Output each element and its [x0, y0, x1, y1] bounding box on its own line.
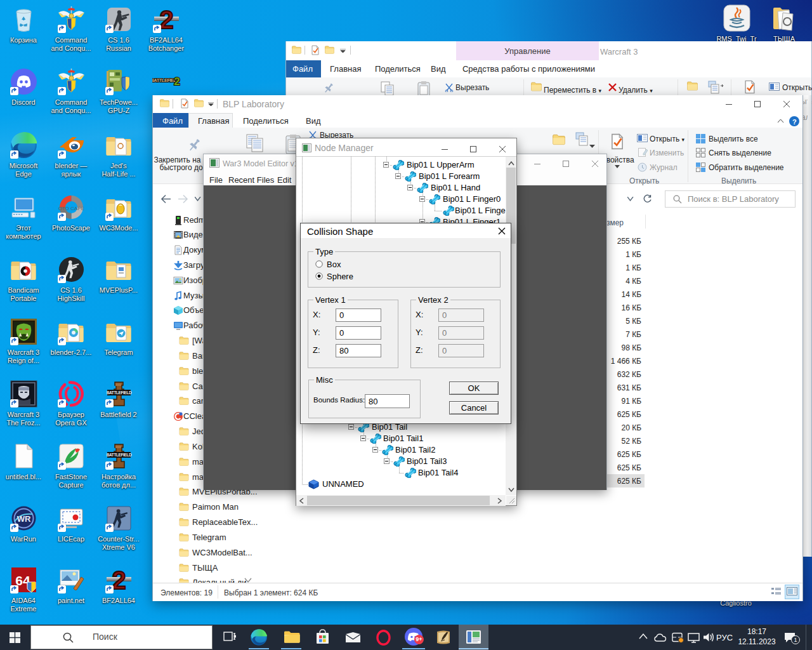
- svg-text:2: 2: [112, 566, 126, 594]
- svg-text:WR: WR: [16, 514, 30, 524]
- svg-text:2: 2: [159, 6, 173, 34]
- svg-text:OTO CAPE: OTO CAPE: [58, 206, 84, 211]
- svg-text:2: 2: [174, 76, 180, 88]
- svg-text:BATTLEFIELD: BATTLEFIELD: [106, 453, 131, 457]
- svg-text:BATTLEFIELD: BATTLEFIELD: [106, 390, 131, 395]
